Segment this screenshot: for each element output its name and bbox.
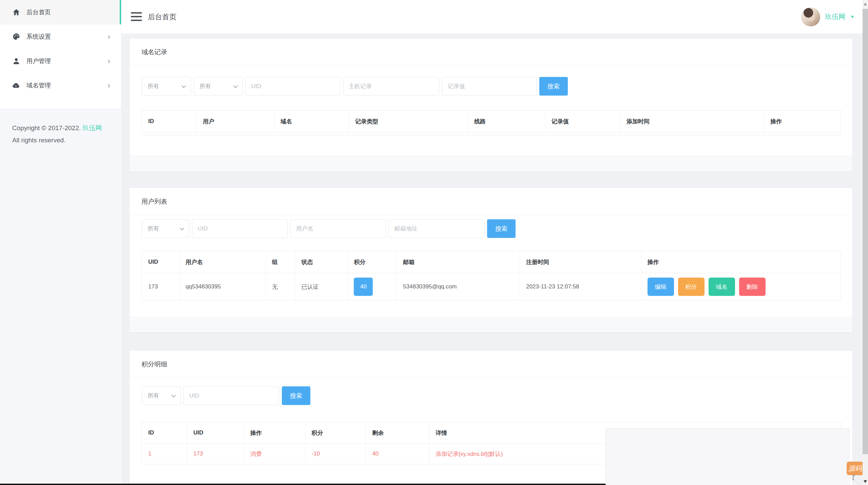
col-id: ID	[142, 422, 187, 443]
cell-status: 已认证	[295, 273, 348, 300]
domain-records-filters: 所有 所有 搜索	[142, 77, 568, 96]
user-list-filters: 所有 搜索	[142, 219, 516, 238]
cell-actions: 编辑 积分 域名 删除	[641, 273, 841, 300]
host-record-input[interactable]	[343, 77, 439, 96]
col-user: 用户	[197, 110, 274, 132]
col-uid: UID	[187, 422, 244, 443]
uid-input[interactable]	[184, 386, 279, 405]
copyright-line1: Copyright © 2017-2022. 玖伍网	[12, 122, 102, 134]
group-filter-select[interactable]: 所有	[142, 219, 189, 238]
cell-id: 1	[142, 444, 187, 464]
col-remain: 剩余	[366, 422, 429, 443]
avatar[interactable]	[801, 7, 820, 26]
copyright: Copyright © 2017-2022. 玖伍网 All rights re…	[12, 122, 102, 146]
admin-dashboard: 后台首页 系统设置 › 用户管理 ›	[0, 0, 868, 485]
empty-table-body	[142, 133, 841, 135]
col-status: 状态	[295, 251, 348, 273]
watermark-badge: 源码	[847, 462, 864, 475]
cell-group: 无	[266, 273, 295, 300]
points-button[interactable]: 积分	[678, 278, 705, 296]
col-actions: 操作	[641, 251, 841, 273]
card-title: 积分明细	[130, 351, 852, 378]
domain-records-table: ID 用户 域名 记录类型 线路 记录值 添加时间 操作	[142, 110, 841, 135]
user-icon	[12, 57, 20, 65]
scrollbar-thumb[interactable]	[863, 9, 868, 454]
scroll-up-arrow-icon[interactable]	[864, 3, 867, 5]
sidebar-item-home[interactable]: 后台首页	[0, 0, 121, 24]
cell-email: 534830395@qq.com	[397, 273, 520, 300]
table-header-row: UID 用户名 组 状态 积分 邮箱 注册时间 操作	[142, 251, 841, 273]
card-footer	[130, 156, 852, 171]
chevron-down-icon	[180, 226, 184, 230]
scroll-down-arrow-icon[interactable]	[864, 480, 867, 483]
search-button[interactable]: 搜索	[487, 219, 516, 238]
col-record-value: 记录值	[545, 110, 620, 132]
hamburger-menu-icon[interactable]	[131, 12, 142, 21]
bottom-black-line	[0, 484, 606, 485]
email-input[interactable]	[389, 219, 484, 238]
chevron-down-icon	[233, 84, 238, 88]
user-menu[interactable]: 玖伍网 ▼	[801, 0, 854, 34]
cell-username: qq534830395	[179, 273, 266, 300]
copyright-line2: All rights reserved.	[12, 134, 102, 146]
sidebar-item-domain-management[interactable]: ∞ 域名管理 ›	[0, 73, 121, 98]
user-filter-select[interactable]: 所有	[142, 77, 191, 96]
cell-remain: 40	[366, 444, 429, 464]
domain-records-card: 域名记录 所有 所有 搜索 ID 用户 域名 记录类型 线路 记录值 添加时间 …	[130, 39, 852, 171]
card-title: 域名记录	[130, 39, 852, 66]
cell-action: 消费	[244, 444, 306, 464]
chevron-right-icon: ›	[108, 33, 110, 41]
card-title: 用户列表	[130, 188, 852, 215]
topbar: 后台首页 玖伍网 ▼	[121, 0, 863, 34]
cell-points: -10	[306, 444, 366, 464]
home-icon	[12, 8, 20, 16]
col-add-time: 添加时间	[620, 110, 764, 132]
user-list-table: UID 用户名 组 状态 积分 邮箱 注册时间 操作 173 qq5348303…	[142, 251, 841, 301]
col-points: 积分	[306, 422, 366, 443]
username-label: 玖伍网	[825, 12, 845, 21]
card-footer	[130, 317, 852, 332]
sidebar-item-system-settings[interactable]: 系统设置 ›	[0, 24, 121, 49]
col-record-type: 记录类型	[349, 110, 468, 132]
search-button[interactable]: 搜索	[539, 77, 568, 96]
col-domain: 域名	[274, 110, 349, 132]
cell-reg-time: 2023-11-23 12:07:58	[520, 273, 641, 300]
col-points: 积分	[348, 251, 397, 273]
type-filter-select[interactable]: 所有	[194, 77, 243, 96]
brand-name: 玖伍网	[82, 124, 102, 132]
domain-button[interactable]: 域名	[709, 278, 735, 296]
action-filter-select[interactable]: 所有	[142, 386, 181, 405]
delete-button[interactable]: 删除	[739, 278, 766, 296]
chevron-right-icon: ›	[108, 57, 110, 65]
sidebar-item-label: 后台首页	[26, 8, 51, 16]
points-badge: 40	[354, 278, 373, 296]
chevron-right-icon: ›	[108, 81, 110, 89]
uid-input[interactable]	[192, 219, 288, 238]
cloud-icon: ∞	[12, 81, 20, 89]
col-username: 用户名	[179, 251, 266, 273]
points-detail-filters: 所有 搜索	[142, 386, 310, 405]
table-row: 173 qq534830395 无 已认证 40 534830395@qq.co…	[142, 273, 841, 300]
sidebar-item-user-management[interactable]: 用户管理 ›	[0, 49, 121, 73]
username-input[interactable]	[290, 219, 386, 238]
col-action: 操作	[244, 422, 306, 443]
user-list-card: 用户列表 所有 搜索 UID 用户名 组 状态 积分 邮箱 注册时间 操作 17…	[130, 188, 852, 332]
uid-input[interactable]	[246, 77, 340, 96]
sidebar-item-label: 系统设置	[26, 33, 51, 41]
chevron-down-icon	[171, 393, 176, 398]
col-reg-time: 注册时间	[520, 251, 641, 273]
sidebar-item-label: 用户管理	[26, 57, 51, 65]
svg-text:∞: ∞	[15, 84, 17, 87]
cell-points: 40	[348, 273, 397, 300]
vertical-scrollbar[interactable]	[863, 0, 868, 485]
record-value-input[interactable]	[442, 77, 537, 96]
search-button[interactable]: 搜索	[282, 386, 310, 405]
chevron-down-icon	[181, 84, 186, 88]
sidebar-item-label: 域名管理	[26, 81, 51, 89]
table-header-row: ID 用户 域名 记录类型 线路 记录值 添加时间 操作	[142, 110, 841, 133]
caret-down-icon: ▼	[850, 14, 854, 19]
col-actions: 操作	[764, 110, 841, 132]
sidebar: 后台首页 系统设置 › 用户管理 ›	[0, 0, 121, 485]
edit-button[interactable]: 编辑	[648, 278, 674, 296]
page-title: 后台首页	[148, 0, 176, 34]
